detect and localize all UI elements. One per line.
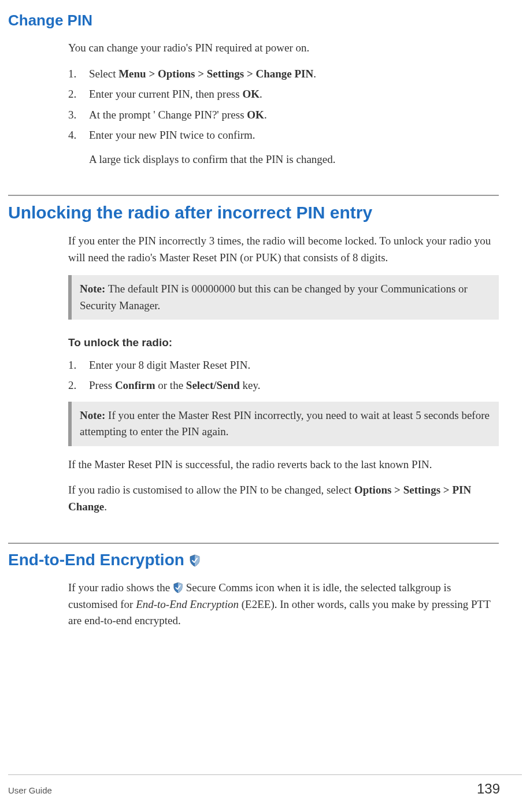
heading-unlocking: Unlocking the radio after incorrect PIN … [8, 203, 499, 223]
note-text: The default PIN is 00000000 but this can… [80, 283, 468, 312]
list-item-content: Press Confirm or the Select/Send key. [89, 377, 499, 394]
footer-guide-label: User Guide [8, 785, 52, 795]
section1-steps: 1.Select Menu > Options > Settings > Cha… [68, 66, 499, 168]
section1-intro: You can change your radio's PIN required… [68, 40, 499, 57]
list-item-content: Enter your current PIN, then press OK. [89, 86, 499, 102]
text-run: If your radio shows the [68, 581, 173, 594]
sub-heading-unlock: To unlock the radio: [68, 335, 499, 351]
list-marker: 1. [68, 357, 81, 373]
list-item-content: Enter your new PIN twice to confirm.A la… [89, 127, 499, 167]
list-item: 2.Enter your current PIN, then press OK. [68, 86, 499, 102]
list-item: 2.Press Confirm or the Select/Send key. [68, 377, 499, 394]
text-run: Enter your current PIN, then press [89, 88, 242, 100]
list-item-line: Enter your current PIN, then press OK. [89, 86, 499, 102]
heading-e2ee: End-to-End Encryption [8, 551, 499, 569]
list-item-line: Press Confirm or the Select/Send key. [89, 377, 499, 394]
section3-para: If your radio shows the Secure Comms ico… [68, 580, 499, 629]
text-run: OK [242, 88, 260, 100]
text-run: . [104, 500, 107, 513]
section2-para2: If the Master Reset PIN is successful, t… [68, 457, 499, 473]
shield-icon [173, 581, 183, 593]
section-divider [8, 543, 499, 544]
text-run: OK [247, 109, 264, 121]
shield-icon [189, 553, 201, 565]
text-run: Enter your new PIN twice to confirm. [89, 129, 255, 141]
text-run: At the prompt ' Change PIN?' press [89, 109, 247, 121]
list-item-content: At the prompt ' Change PIN?' press OK. [89, 107, 499, 123]
text-run: Menu > Options > Settings > Change PIN [118, 68, 313, 80]
section2-body: If you enter the PIN incorrectly 3 times… [68, 233, 499, 515]
note-label: Note: [80, 409, 105, 421]
list-item-line: Select Menu > Options > Settings > Chang… [89, 66, 499, 82]
list-item: 1.Select Menu > Options > Settings > Cha… [68, 66, 499, 82]
list-item-line: Enter your new PIN twice to confirm. [89, 127, 499, 143]
text-run: End-to-End Encryption [136, 598, 239, 610]
note-box-wait: Note: If you enter the Master Rest PIN i… [68, 402, 499, 446]
section1-body: You can change your radio's PIN required… [68, 40, 499, 167]
list-item-line: At the prompt ' Change PIN?' press OK. [89, 107, 499, 123]
text-run: Select [89, 68, 118, 80]
footer-page-number: 139 [477, 781, 500, 797]
list-item: 3.At the prompt ' Change PIN?' press OK. [68, 107, 499, 123]
section2-steps: 1.Enter your 8 digit Master Reset PIN.2.… [68, 357, 499, 394]
list-marker: 1. [68, 66, 81, 82]
list-marker: 2. [68, 86, 81, 102]
text-run: . [260, 88, 262, 100]
heading-e2ee-text: End-to-End Encryption [8, 551, 189, 569]
list-item-line: Enter your 8 digit Master Reset PIN. [89, 357, 499, 373]
list-item-content: Enter your 8 digit Master Reset PIN. [89, 357, 499, 373]
list-marker: 4. [68, 127, 81, 167]
heading-change-pin: Change PIN [8, 12, 499, 29]
text-run: Select/Send [186, 379, 240, 391]
section3-body: If your radio shows the Secure Comms ico… [68, 580, 499, 629]
section2-intro: If you enter the PIN incorrectly 3 times… [68, 233, 499, 266]
text-run: key. [240, 379, 261, 391]
section-divider [8, 195, 499, 196]
list-marker: 3. [68, 107, 81, 123]
list-item: 4.Enter your new PIN twice to confirm.A … [68, 127, 499, 167]
text-run: . [313, 68, 316, 80]
text-run: If you radio is customised to allow the … [68, 484, 354, 496]
list-item: 1.Enter your 8 digit Master Reset PIN. [68, 357, 499, 373]
text-run: . [264, 109, 267, 121]
text-run: Confirm [115, 379, 155, 391]
note-box-default-pin: Note: The default PIN is 00000000 but th… [68, 275, 499, 320]
page-content: Change PIN You can change your radio's P… [0, 0, 530, 774]
text-run: Enter your 8 digit Master Reset PIN. [89, 359, 250, 371]
list-item-content: Select Menu > Options > Settings > Chang… [89, 66, 499, 82]
text-run: Press [89, 379, 115, 391]
list-item-subtext: A large tick displays to confirm that th… [89, 151, 499, 168]
section2-para3: If you radio is customised to allow the … [68, 482, 499, 515]
text-run: or the [155, 379, 186, 391]
note-label: Note: [80, 283, 105, 295]
page-footer: User Guide 139 [8, 774, 522, 806]
note-text: If you enter the Master Rest PIN incorre… [80, 409, 490, 438]
list-marker: 2. [68, 377, 81, 394]
